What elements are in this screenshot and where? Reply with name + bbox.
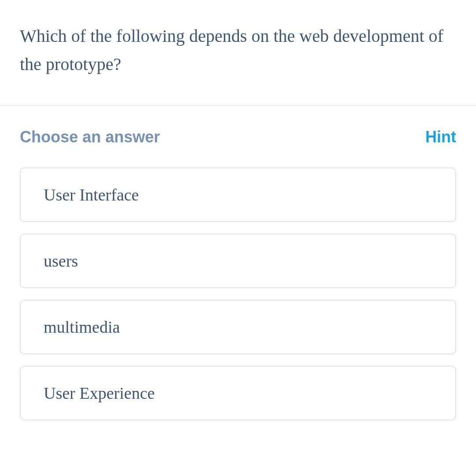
option-multimedia[interactable]: multimedia [20, 300, 456, 354]
hint-button[interactable]: Hint [425, 128, 456, 146]
options-list: User Interface users multimedia User Exp… [20, 167, 456, 420]
option-user-interface[interactable]: User Interface [20, 167, 456, 222]
choose-answer-label: Choose an answer [20, 128, 160, 146]
question-text: Which of the following depends on the we… [20, 22, 456, 78]
option-text: multimedia [44, 318, 120, 336]
option-text: User Experience [44, 384, 155, 402]
option-user-experience[interactable]: User Experience [20, 366, 456, 420]
option-text: User Interface [44, 186, 139, 204]
answer-header: Choose an answer Hint [20, 128, 456, 146]
answer-section: Choose an answer Hint User Interface use… [0, 106, 476, 440]
option-text: users [44, 252, 78, 270]
option-users[interactable]: users [20, 234, 456, 288]
question-section: Which of the following depends on the we… [0, 0, 476, 105]
